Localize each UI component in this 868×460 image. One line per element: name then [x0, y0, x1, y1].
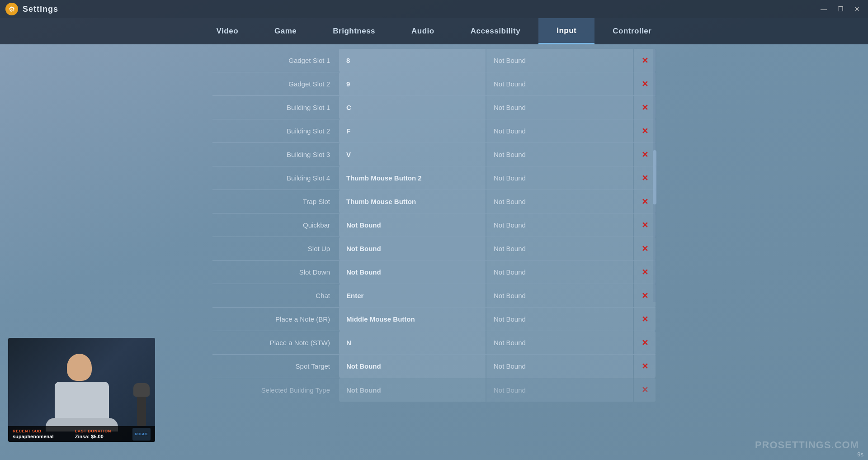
clear-button[interactable]: ✕ [634, 213, 656, 237]
binding-label: Building Slot 3 [212, 143, 339, 166]
app-title: Settings [23, 5, 58, 14]
primary-key-button[interactable]: 9 [339, 72, 486, 95]
webcam-person [41, 354, 123, 426]
primary-key-button[interactable]: Enter [339, 284, 486, 307]
primary-key-button[interactable]: N [339, 331, 486, 354]
clear-button[interactable]: ✕ [634, 166, 656, 190]
binding-label: Slot Up [212, 237, 339, 260]
alt-key-button[interactable]: Not Bound [486, 237, 633, 260]
tab-brightness[interactable]: Brightness [315, 18, 393, 44]
alt-key-button[interactable]: Not Bound [486, 308, 633, 331]
tab-controller[interactable]: Controller [594, 18, 670, 44]
app-icon: ⚙ [5, 3, 18, 15]
scrollbar[interactable] [653, 49, 656, 302]
clear-icon: ✕ [642, 197, 648, 207]
primary-key-button[interactable]: Not Bound [339, 355, 486, 378]
alt-key-button[interactable]: Not Bound [486, 190, 633, 213]
alt-key-button[interactable]: Not Bound [486, 261, 633, 284]
table-row: Gadget Slot 2 9 Not Bound ✕ [212, 72, 656, 96]
titlebar: ⚙ Settings — ❐ ✕ [0, 0, 868, 18]
table-row: Place a Note (STW) N Not Bound ✕ [212, 331, 656, 355]
last-donation-label: LAST DONATION [75, 429, 111, 433]
alt-key-button[interactable]: Not Bound [486, 119, 633, 142]
clear-icon: ✕ [642, 173, 648, 183]
binding-label: Spot Target [212, 355, 339, 378]
binding-label: Quickbar [212, 213, 339, 237]
clear-icon: ✕ [642, 267, 648, 277]
alt-key-button[interactable]: Not Bound [486, 355, 633, 378]
primary-key-button[interactable]: C [339, 96, 486, 119]
scrollbar-thumb[interactable] [653, 150, 656, 204]
clear-button[interactable]: ✕ [634, 190, 656, 213]
table-row: Selected Building Type Not Bound Not Bou… [212, 378, 656, 402]
binding-label: Building Slot 2 [212, 119, 339, 142]
maximize-button[interactable]: ❐ [835, 5, 846, 14]
clear-icon: ✕ [642, 79, 648, 89]
tab-accessibility[interactable]: Accessibility [453, 18, 538, 44]
primary-key-button[interactable]: Not Bound [339, 261, 486, 284]
logo-text: ROGUE [135, 432, 148, 436]
clear-button[interactable]: ✕ [634, 308, 656, 331]
close-button[interactable]: ✕ [852, 5, 863, 14]
tab-input[interactable]: Input [538, 18, 594, 44]
binding-label: Building Slot 4 [212, 166, 339, 190]
table-row: Quickbar Not Bound Not Bound ✕ [212, 213, 656, 237]
binding-label: Slot Down [212, 261, 339, 284]
tab-game[interactable]: Game [256, 18, 315, 44]
clear-icon: ✕ [642, 126, 648, 136]
last-donation-value: Zinsa: $5.00 [75, 434, 111, 439]
clear-icon: ✕ [642, 56, 648, 66]
app-window: ⚙ Settings — ❐ ✕ Video Game Brightness A… [0, 0, 868, 460]
primary-key-button[interactable]: Not Bound [339, 378, 486, 402]
clear-button[interactable]: ✕ [634, 378, 656, 402]
tab-audio[interactable]: Audio [393, 18, 453, 44]
alt-key-button[interactable]: Not Bound [486, 72, 633, 95]
alt-key-button[interactable]: Not Bound [486, 143, 633, 166]
watermark: PROSETTINGS.COM [755, 439, 859, 451]
minimize-button[interactable]: — [818, 5, 830, 14]
clear-button[interactable]: ✕ [634, 143, 656, 166]
alt-key-button[interactable]: Not Bound [486, 331, 633, 354]
primary-key-button[interactable]: Thumb Mouse Button 2 [339, 166, 486, 190]
alt-key-button[interactable]: Not Bound [486, 213, 633, 237]
primary-key-button[interactable]: F [339, 119, 486, 142]
primary-key-button[interactable]: Thumb Mouse Button [339, 190, 486, 213]
binding-label: Place a Note (BR) [212, 308, 339, 331]
webcam-info-bar: RECENT SUB supaphenomenal LAST DONATION … [8, 426, 155, 442]
table-row: Building Slot 1 C Not Bound ✕ [212, 96, 656, 119]
table-row: Gadget Slot 1 8 Not Bound ✕ [212, 49, 656, 72]
clear-icon: ✕ [642, 220, 648, 230]
alt-key-button[interactable]: Not Bound [486, 96, 633, 119]
table-row: Spot Target Not Bound Not Bound ✕ [212, 355, 656, 378]
binding-label: Trap Slot [212, 190, 339, 213]
table-row: Place a Note (BR) Middle Mouse Button No… [212, 308, 656, 331]
alt-key-button[interactable]: Not Bound [486, 166, 633, 190]
binding-label: Selected Building Type [212, 378, 339, 402]
primary-key-button[interactable]: V [339, 143, 486, 166]
timer: 9s [857, 451, 863, 458]
clear-button[interactable]: ✕ [634, 237, 656, 260]
clear-button[interactable]: ✕ [634, 284, 656, 307]
binding-label: Gadget Slot 2 [212, 72, 339, 95]
alt-key-button[interactable]: Not Bound [486, 284, 633, 307]
clear-button[interactable]: ✕ [634, 72, 656, 95]
primary-key-button[interactable]: Not Bound [339, 213, 486, 237]
primary-key-button[interactable]: Not Bound [339, 237, 486, 260]
alt-key-button[interactable]: Not Bound [486, 378, 633, 402]
clear-button[interactable]: ✕ [634, 261, 656, 284]
clear-button[interactable]: ✕ [634, 331, 656, 354]
alt-key-button[interactable]: Not Bound [486, 49, 633, 72]
table-row: Chat Enter Not Bound ✕ [212, 284, 656, 308]
clear-button[interactable]: ✕ [634, 96, 656, 119]
person-head [67, 354, 92, 381]
tab-video[interactable]: Video [198, 18, 256, 44]
recent-sub-value: supaphenomenal [13, 434, 53, 439]
primary-key-button[interactable]: Middle Mouse Button [339, 308, 486, 331]
clear-button[interactable]: ✕ [634, 49, 656, 72]
nav-bar: Video Game Brightness Audio Accessibilit… [0, 18, 868, 44]
bindings-list: Gadget Slot 1 8 Not Bound ✕ Gadget Slot … [212, 49, 656, 402]
primary-key-button[interactable]: 8 [339, 49, 486, 72]
microphone-stand [137, 390, 146, 426]
clear-button[interactable]: ✕ [634, 355, 656, 378]
clear-button[interactable]: ✕ [634, 119, 656, 142]
